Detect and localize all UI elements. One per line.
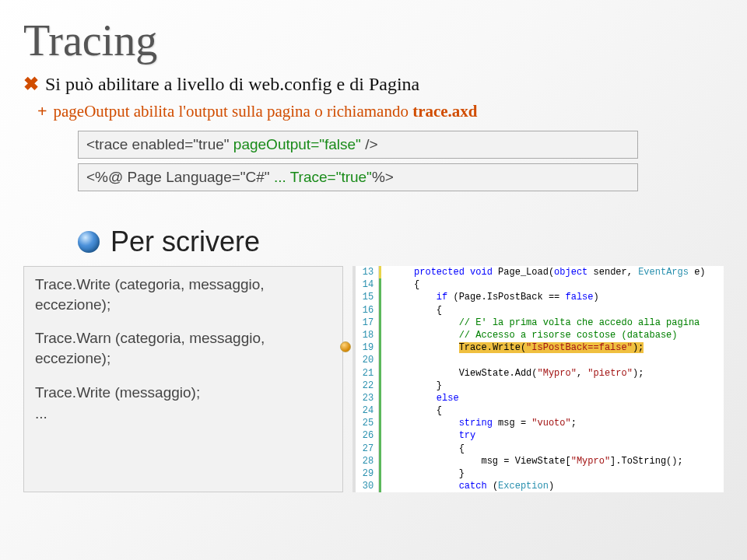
code-line: 30 catch (Exception) bbox=[356, 480, 724, 492]
subheading: Per scrivere bbox=[110, 226, 260, 258]
slide: Tracing ✖ Si può abilitare a livello di … bbox=[0, 0, 747, 560]
codebox-page-directive: <%@ Page Language="C#" ... Trace="true"%… bbox=[78, 163, 638, 191]
code-text: catch (Exception) bbox=[388, 480, 554, 492]
change-margin bbox=[379, 354, 388, 366]
line-number: 26 bbox=[356, 429, 379, 442]
code-editor-snippet: 13 protected void Page_Load(object sende… bbox=[352, 266, 724, 492]
codebox2-kw: ... Trace="true" bbox=[274, 169, 372, 185]
trace-write-1: Trace.Write (categoria, messaggio, eccez… bbox=[35, 275, 331, 314]
change-margin bbox=[379, 317, 388, 329]
codebox1-post: /> bbox=[361, 136, 378, 152]
line-number: 14 bbox=[356, 278, 379, 291]
trace-warn: Trace.Warn (categoria, messaggio, eccezi… bbox=[35, 328, 331, 368]
change-margin bbox=[379, 266, 388, 278]
code-text: ViewState.Add("Mypro", "pietro"); bbox=[388, 367, 644, 380]
subheading-row: Per scrivere bbox=[78, 226, 724, 258]
change-margin bbox=[379, 429, 388, 442]
line-number: 21 bbox=[356, 367, 379, 380]
code-line: 17 // E' la prima volta che accedo alla … bbox=[356, 317, 724, 329]
line-number: 24 bbox=[356, 404, 379, 417]
code-line: 24 { bbox=[356, 404, 724, 417]
bullet-level1: ✖ Si può abilitare a livello di web.conf… bbox=[23, 72, 724, 96]
code-line: 25 string msg = "vuoto"; bbox=[356, 417, 724, 429]
code-line: 15 if (Page.IsPostBack == false) bbox=[356, 291, 724, 303]
code-text: Trace.Write("IsPostBack==false"); bbox=[388, 341, 644, 354]
change-margin bbox=[379, 392, 388, 404]
code-line: 28 msg = ViewState["Mypro"].ToString(); bbox=[356, 455, 724, 467]
codebox1-kw: pageOutput="false" bbox=[233, 136, 361, 152]
code-text: { bbox=[388, 443, 465, 455]
codebox2-pre: <%@ Page Language="C#" bbox=[86, 169, 274, 185]
line-number: 23 bbox=[356, 392, 379, 404]
change-margin bbox=[379, 291, 388, 303]
line-number: 16 bbox=[356, 304, 379, 317]
bullet2-prefix: pageOutput abilita l'output sulla pagina… bbox=[54, 102, 413, 121]
change-margin bbox=[379, 443, 388, 455]
code-line: 27 { bbox=[356, 443, 724, 455]
change-margin bbox=[379, 329, 388, 341]
change-margin bbox=[379, 404, 388, 417]
code-text: { bbox=[388, 278, 419, 291]
line-number: 18 bbox=[356, 329, 379, 341]
bullet2-bold: trace.axd bbox=[412, 102, 477, 121]
code-line: 14 { bbox=[356, 278, 724, 291]
code-text: string msg = "vuoto"; bbox=[388, 417, 577, 429]
line-number: 29 bbox=[356, 467, 379, 480]
line-number: 30 bbox=[356, 480, 379, 492]
code-text: // E' la prima volta che accedo alla pag… bbox=[388, 317, 700, 329]
code-line: 23 else bbox=[356, 392, 724, 404]
trace-write-2: Trace.Write (messaggio); bbox=[35, 383, 331, 403]
change-margin bbox=[379, 467, 388, 480]
code-text: msg = ViewState["Mypro"].ToString(); bbox=[388, 455, 682, 467]
globe-icon bbox=[78, 231, 100, 253]
change-margin bbox=[379, 304, 388, 317]
code-text: try bbox=[388, 429, 475, 442]
line-number: 22 bbox=[356, 380, 379, 392]
code-line: 29 } bbox=[356, 467, 724, 480]
code-line: 21 ViewState.Add("Mypro", "pietro"); bbox=[356, 367, 724, 380]
code-line: 13 protected void Page_Load(object sende… bbox=[356, 266, 724, 278]
code-text: // Accesso a risorse costose (database) bbox=[388, 329, 677, 341]
line-number: 25 bbox=[356, 417, 379, 429]
config-codeboxes: <trace enabled="true" pageOutput="false"… bbox=[78, 131, 638, 191]
trace-api-box: Trace.Write (categoria, messaggio, eccez… bbox=[23, 266, 343, 492]
codebox-trace-config: <trace enabled="true" pageOutput="false"… bbox=[78, 131, 638, 159]
bullet1-icon: ✖ bbox=[23, 72, 39, 96]
code-text: { bbox=[388, 304, 442, 317]
trace-ellipsis: ... bbox=[35, 404, 331, 424]
code-line: 26 try bbox=[356, 429, 724, 442]
bullet2-text: pageOutput abilita l'output sulla pagina… bbox=[54, 100, 478, 123]
line-number: 27 bbox=[356, 443, 379, 455]
code-text: if (Page.IsPostBack == false) bbox=[388, 291, 598, 303]
code-line: 18 // Accesso a risorse costose (databas… bbox=[356, 329, 724, 341]
code-text: } bbox=[388, 380, 442, 392]
slide-title: Tracing bbox=[23, 16, 724, 65]
breakpoint-icon bbox=[340, 341, 351, 352]
code-line: 19 Trace.Write("IsPostBack==false"); bbox=[356, 341, 724, 354]
code-line: 20 bbox=[356, 354, 724, 366]
bullet2-icon: + bbox=[37, 100, 47, 123]
change-margin bbox=[379, 480, 388, 492]
bullet1-text: Si può abilitare a livello di web.config… bbox=[45, 72, 419, 96]
line-number: 19 bbox=[356, 341, 379, 354]
change-margin bbox=[379, 278, 388, 291]
line-number: 17 bbox=[356, 317, 379, 329]
change-margin bbox=[379, 367, 388, 380]
change-margin bbox=[379, 455, 388, 467]
line-number: 20 bbox=[356, 354, 379, 366]
two-column: Trace.Write (categoria, messaggio, eccez… bbox=[23, 266, 724, 492]
change-margin bbox=[379, 341, 388, 354]
code-line: 16 { bbox=[356, 304, 724, 317]
code-line: 22 } bbox=[356, 380, 724, 392]
code-text: protected void Page_Load(object sender, … bbox=[388, 266, 705, 278]
code-text bbox=[388, 354, 391, 366]
code-text: } bbox=[388, 467, 465, 480]
line-number: 28 bbox=[356, 455, 379, 467]
line-number: 13 bbox=[356, 266, 379, 278]
bullet-level2: + pageOutput abilita l'output sulla pagi… bbox=[23, 100, 724, 123]
codebox1-pre: <trace enabled="true" bbox=[86, 136, 233, 152]
code-text: else bbox=[388, 392, 458, 404]
change-margin bbox=[379, 417, 388, 429]
line-number: 15 bbox=[356, 291, 379, 303]
change-margin bbox=[379, 380, 388, 392]
